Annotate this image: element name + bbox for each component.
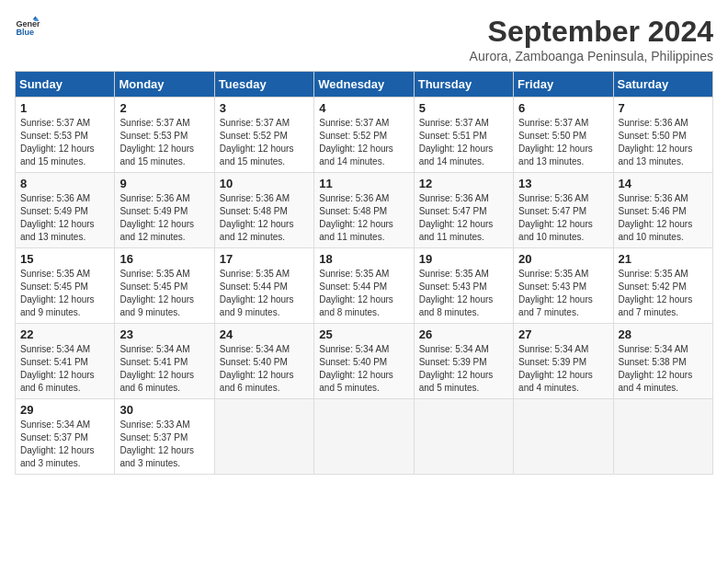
table-row: 1Sunrise: 5:37 AM Sunset: 5:53 PM Daylig… [16,98,115,173]
day-number: 3 [220,101,309,115]
location-subtitle: Aurora, Zamboanga Peninsula, Philippines [470,49,713,63]
day-details: Sunrise: 5:36 AM Sunset: 5:47 PM Dayligh… [518,192,608,244]
table-row: 7Sunrise: 5:36 AM Sunset: 5:50 PM Daylig… [613,98,712,173]
day-number: 11 [319,177,408,190]
day-number: 15 [20,252,109,266]
day-details: Sunrise: 5:36 AM Sunset: 5:48 PM Dayligh… [319,192,408,244]
table-row: 5Sunrise: 5:37 AM Sunset: 5:51 PM Daylig… [414,98,513,173]
logo: General Blue [15,15,40,40]
calendar-week-row: 22Sunrise: 5:34 AM Sunset: 5:41 PM Dayli… [16,324,713,399]
day-details: Sunrise: 5:35 AM Sunset: 5:45 PM Dayligh… [20,268,109,319]
table-row: 18Sunrise: 5:35 AM Sunset: 5:44 PM Dayli… [314,248,414,324]
day-details: Sunrise: 5:35 AM Sunset: 5:43 PM Dayligh… [419,268,508,319]
table-row: 8Sunrise: 5:36 AM Sunset: 5:49 PM Daylig… [16,173,115,248]
calendar-table: Sunday Monday Tuesday Wednesday Thursday… [15,71,713,475]
day-details: Sunrise: 5:35 AM Sunset: 5:43 PM Dayligh… [518,268,608,319]
table-row: 3Sunrise: 5:37 AM Sunset: 5:52 PM Daylig… [214,98,313,173]
col-tuesday: Tuesday [214,72,313,98]
day-details: Sunrise: 5:36 AM Sunset: 5:46 PM Dayligh… [619,192,708,244]
month-title: September 2024 [470,15,713,49]
day-number: 12 [419,177,508,190]
day-details: Sunrise: 5:34 AM Sunset: 5:41 PM Dayligh… [119,343,209,395]
day-number: 25 [319,327,408,341]
col-wednesday: Wednesday [314,72,414,98]
calendar-week-row: 8Sunrise: 5:36 AM Sunset: 5:49 PM Daylig… [16,173,713,248]
calendar-header-row: Sunday Monday Tuesday Wednesday Thursday… [16,72,713,98]
day-details: Sunrise: 5:34 AM Sunset: 5:40 PM Dayligh… [319,343,408,395]
day-details: Sunrise: 5:36 AM Sunset: 5:49 PM Dayligh… [119,192,209,244]
day-details: Sunrise: 5:37 AM Sunset: 5:52 PM Dayligh… [220,117,309,168]
day-details: Sunrise: 5:33 AM Sunset: 5:37 PM Dayligh… [119,419,209,470]
table-row: 17Sunrise: 5:35 AM Sunset: 5:44 PM Dayli… [214,248,313,324]
day-details: Sunrise: 5:36 AM Sunset: 5:49 PM Dayligh… [20,192,109,244]
day-details: Sunrise: 5:37 AM Sunset: 5:50 PM Dayligh… [518,117,608,168]
table-row: 14Sunrise: 5:36 AM Sunset: 5:46 PM Dayli… [613,173,712,248]
day-details: Sunrise: 5:37 AM Sunset: 5:53 PM Dayligh… [20,117,109,168]
day-number: 7 [619,101,708,115]
day-number: 18 [319,252,408,266]
table-row: 10Sunrise: 5:36 AM Sunset: 5:48 PM Dayli… [214,173,313,248]
day-number: 30 [119,403,209,417]
day-number: 4 [319,101,408,115]
day-details: Sunrise: 5:34 AM Sunset: 5:38 PM Dayligh… [619,343,708,395]
table-row: 25Sunrise: 5:34 AM Sunset: 5:40 PM Dayli… [314,324,414,399]
col-thursday: Thursday [414,72,513,98]
calendar-week-row: 29Sunrise: 5:34 AM Sunset: 5:37 PM Dayli… [16,399,713,475]
day-number: 16 [119,252,209,266]
table-row: 30Sunrise: 5:33 AM Sunset: 5:37 PM Dayli… [115,399,214,475]
title-block: September 2024 Aurora, Zamboanga Peninsu… [470,15,713,63]
day-details: Sunrise: 5:34 AM Sunset: 5:39 PM Dayligh… [518,343,608,395]
day-number: 21 [619,252,708,266]
day-number: 2 [119,101,209,115]
day-details: Sunrise: 5:36 AM Sunset: 5:50 PM Dayligh… [619,117,708,168]
day-number: 9 [119,177,209,190]
table-row [414,399,513,475]
day-details: Sunrise: 5:35 AM Sunset: 5:44 PM Dayligh… [220,268,309,319]
col-monday: Monday [115,72,214,98]
col-saturday: Saturday [613,72,712,98]
logo-icon: General Blue [15,15,40,40]
day-number: 27 [518,327,608,341]
day-number: 10 [220,177,309,190]
day-number: 29 [20,403,109,417]
table-row: 11Sunrise: 5:36 AM Sunset: 5:48 PM Dayli… [314,173,414,248]
day-number: 19 [419,252,508,266]
day-details: Sunrise: 5:34 AM Sunset: 5:39 PM Dayligh… [419,343,508,395]
day-number: 24 [220,327,309,341]
day-details: Sunrise: 5:35 AM Sunset: 5:45 PM Dayligh… [119,268,209,319]
day-details: Sunrise: 5:35 AM Sunset: 5:44 PM Dayligh… [319,268,408,319]
table-row: 21Sunrise: 5:35 AM Sunset: 5:42 PM Dayli… [613,248,712,324]
col-friday: Friday [514,72,613,98]
table-row: 23Sunrise: 5:34 AM Sunset: 5:41 PM Dayli… [115,324,214,399]
table-row: 2Sunrise: 5:37 AM Sunset: 5:53 PM Daylig… [115,98,214,173]
table-row: 13Sunrise: 5:36 AM Sunset: 5:47 PM Dayli… [514,173,613,248]
calendar-week-row: 15Sunrise: 5:35 AM Sunset: 5:45 PM Dayli… [16,248,713,324]
table-row: 22Sunrise: 5:34 AM Sunset: 5:41 PM Dayli… [16,324,115,399]
calendar-week-row: 1Sunrise: 5:37 AM Sunset: 5:53 PM Daylig… [16,98,713,173]
table-row: 28Sunrise: 5:34 AM Sunset: 5:38 PM Dayli… [613,324,712,399]
day-number: 13 [518,177,608,190]
table-row: 27Sunrise: 5:34 AM Sunset: 5:39 PM Dayli… [514,324,613,399]
day-details: Sunrise: 5:37 AM Sunset: 5:51 PM Dayligh… [419,117,508,168]
day-number: 6 [518,101,608,115]
table-row: 6Sunrise: 5:37 AM Sunset: 5:50 PM Daylig… [514,98,613,173]
table-row [214,399,313,475]
day-number: 14 [619,177,708,190]
col-sunday: Sunday [16,72,115,98]
table-row [314,399,414,475]
day-details: Sunrise: 5:36 AM Sunset: 5:48 PM Dayligh… [220,192,309,244]
day-number: 23 [119,327,209,341]
table-row: 26Sunrise: 5:34 AM Sunset: 5:39 PM Dayli… [414,324,513,399]
table-row: 29Sunrise: 5:34 AM Sunset: 5:37 PM Dayli… [16,399,115,475]
day-details: Sunrise: 5:34 AM Sunset: 5:41 PM Dayligh… [20,343,109,395]
day-number: 20 [518,252,608,266]
page-header: General Blue September 2024 Aurora, Zamb… [15,15,713,63]
day-details: Sunrise: 5:34 AM Sunset: 5:40 PM Dayligh… [220,343,309,395]
table-row: 12Sunrise: 5:36 AM Sunset: 5:47 PM Dayli… [414,173,513,248]
day-details: Sunrise: 5:36 AM Sunset: 5:47 PM Dayligh… [419,192,508,244]
day-details: Sunrise: 5:34 AM Sunset: 5:37 PM Dayligh… [20,419,109,470]
svg-text:Blue: Blue [16,28,34,37]
table-row: 16Sunrise: 5:35 AM Sunset: 5:45 PM Dayli… [115,248,214,324]
day-details: Sunrise: 5:37 AM Sunset: 5:53 PM Dayligh… [119,117,209,168]
day-number: 8 [20,177,109,190]
